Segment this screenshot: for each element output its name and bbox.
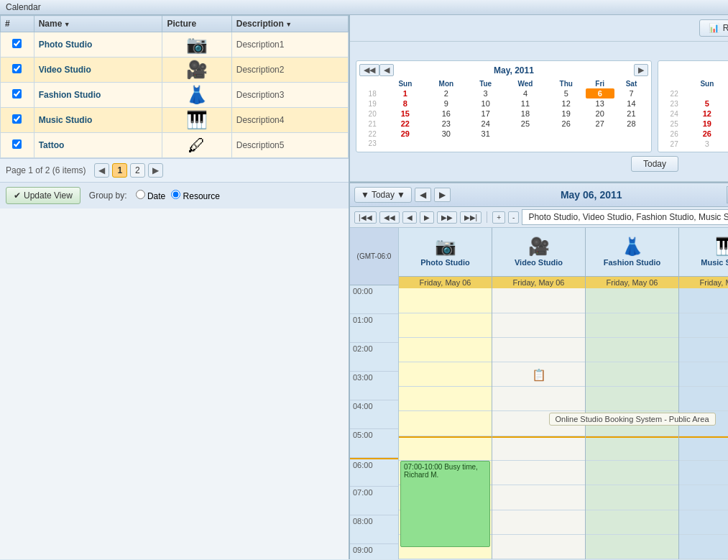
cal-day[interactable]: 25 xyxy=(504,119,547,129)
sched-add-btn[interactable]: + xyxy=(492,211,505,224)
may-prev-btn[interactable]: ◀◀ xyxy=(359,64,379,76)
resource-cell-0-6[interactable] xyxy=(399,436,492,462)
cal-day[interactable]: 1 xyxy=(385,88,425,98)
row-checkbox-cell-2[interactable] xyxy=(1,83,34,108)
cal-day[interactable]: 10 xyxy=(467,98,504,109)
page-1-btn[interactable]: 1 xyxy=(112,163,127,178)
resource-cell-2-6[interactable] xyxy=(586,436,678,462)
row-checkbox-2[interactable] xyxy=(12,89,22,98)
reporting-btn[interactable]: 📊 Reporting xyxy=(699,19,728,37)
cal-day[interactable]: 6 xyxy=(586,88,614,98)
radio-date-label[interactable]: Date xyxy=(136,190,166,201)
resource-cell-3-9[interactable] xyxy=(679,510,728,535)
resource-cell-0-5[interactable] xyxy=(399,411,492,436)
col-header-desc[interactable]: Description xyxy=(231,16,348,32)
cal-day[interactable]: 14 xyxy=(614,98,648,109)
cal-day[interactable]: 19 xyxy=(687,119,727,129)
cal-day[interactable]: 7 xyxy=(614,88,648,98)
cal-day[interactable] xyxy=(385,139,425,148)
resource-cell-3-1[interactable] xyxy=(679,313,728,338)
resource-cell-0-7[interactable]: 07:00-10:00 Busy time, Richard M. xyxy=(399,461,492,485)
cal-day[interactable]: 29 xyxy=(385,129,425,139)
cal-day[interactable]: 9 xyxy=(425,98,467,109)
resource-cell-3-2[interactable] xyxy=(679,338,728,362)
sched-remove-btn[interactable]: - xyxy=(508,211,519,224)
cal-day[interactable]: 17 xyxy=(467,109,504,119)
row-checkbox-cell-3[interactable] xyxy=(1,108,34,133)
page-prev-btn[interactable]: ◀ xyxy=(94,163,109,178)
page-2-btn[interactable]: 2 xyxy=(130,163,145,178)
resource-cell-0-2[interactable] xyxy=(399,338,492,362)
sched-next3-btn[interactable]: ▶ xyxy=(420,211,434,224)
resource-cell-1-10[interactable] xyxy=(492,535,585,559)
cal-day[interactable] xyxy=(687,88,727,98)
resource-cell-2-7[interactable] xyxy=(586,461,678,485)
radio-resource-label[interactable]: Resource xyxy=(171,190,220,201)
sched-next-btn[interactable]: ▶ xyxy=(434,188,451,202)
resource-cell-2-10[interactable] xyxy=(586,535,678,559)
radio-date[interactable] xyxy=(136,190,145,199)
resource-cell-2-1[interactable] xyxy=(586,313,678,338)
cal-day[interactable]: 24 xyxy=(467,119,504,129)
cal-day[interactable]: 31 xyxy=(467,129,504,139)
cal-day[interactable]: 27 xyxy=(586,119,614,129)
resource-cell-1-1[interactable] xyxy=(492,313,585,338)
sched-prev3-btn[interactable]: ◀ xyxy=(402,211,417,224)
page-next-btn[interactable]: ▶ xyxy=(148,163,163,178)
resource-cell-2-8[interactable] xyxy=(586,485,678,510)
resource-cell-1-4[interactable] xyxy=(492,387,585,411)
cal-day[interactable]: 15 xyxy=(385,109,425,119)
sched-today-btn[interactable]: ▼ Today ▼ xyxy=(354,187,412,203)
cal-day[interactable] xyxy=(504,139,547,148)
row-checkbox-0[interactable] xyxy=(12,39,22,48)
cal-day[interactable]: 26 xyxy=(687,129,727,139)
cal-day[interactable] xyxy=(586,139,614,148)
resource-cell-3-8[interactable] xyxy=(679,485,728,510)
sched-last-btn[interactable]: ▶▶| xyxy=(460,211,482,224)
sched-first-btn[interactable]: |◀◀ xyxy=(354,211,377,224)
resource-cell-1-7[interactable] xyxy=(492,461,585,485)
resource-select[interactable]: Photo Studio, Video Studio, Fashion Stud… xyxy=(522,209,728,225)
resource-cell-1-6[interactable] xyxy=(492,436,585,462)
cal-day[interactable]: 2 xyxy=(425,88,467,98)
sched-next2-btn[interactable]: ▶▶ xyxy=(437,211,457,224)
cal-day[interactable]: 5 xyxy=(547,88,586,98)
busy-event-richard[interactable]: 07:00-10:00 Busy time, Richard M. xyxy=(400,461,490,547)
resource-cell-1-0[interactable] xyxy=(492,288,585,313)
cal-day[interactable]: 30 xyxy=(425,129,467,139)
resource-cell-2-9[interactable] xyxy=(586,510,678,535)
resource-cell-2-4[interactable] xyxy=(586,387,678,411)
radio-resource[interactable] xyxy=(171,190,180,199)
sched-grid-container[interactable]: (GMT-06:0 00:00 01:00 02:00 03:00 04:00 … xyxy=(350,228,728,559)
update-view-btn[interactable]: ✔ Update View xyxy=(6,187,80,204)
cal-day[interactable]: 5 xyxy=(687,98,727,109)
may-prev2-btn[interactable]: ◀ xyxy=(379,64,394,76)
row-checkbox-cell-0[interactable] xyxy=(1,32,34,58)
cal-day[interactable]: 3 xyxy=(687,139,727,149)
cal-day[interactable]: 8 xyxy=(385,98,425,109)
today-mini-btn[interactable]: Today xyxy=(631,156,678,172)
resource-cell-3-6[interactable] xyxy=(679,436,728,462)
resource-cell-3-3[interactable] xyxy=(679,362,728,387)
cal-day[interactable]: 16 xyxy=(425,109,467,119)
resource-cell-0-1[interactable] xyxy=(399,313,492,338)
resource-cell-1-2[interactable] xyxy=(492,338,585,362)
cal-day[interactable]: 28 xyxy=(614,119,648,129)
cal-day[interactable] xyxy=(467,139,504,148)
cal-day[interactable]: 23 xyxy=(425,119,467,129)
resource-cell-2-3[interactable] xyxy=(586,362,678,387)
col-header-name[interactable]: Name xyxy=(34,16,162,32)
sched-prev-btn[interactable]: ◀ xyxy=(415,188,431,202)
cal-day[interactable]: 11 xyxy=(504,98,547,109)
resource-cell-3-7[interactable] xyxy=(679,461,728,485)
cal-day[interactable]: 12 xyxy=(547,98,586,109)
row-checkbox-cell-4[interactable] xyxy=(1,133,34,158)
cal-day[interactable]: 26 xyxy=(547,119,586,129)
resource-cell-3-4[interactable] xyxy=(679,387,728,411)
row-checkbox-3[interactable] xyxy=(12,114,22,124)
resource-cell-0-4[interactable] xyxy=(399,387,492,411)
resource-cell-1-3[interactable]: 📋 xyxy=(492,362,585,387)
cal-day[interactable]: 22 xyxy=(385,119,425,129)
resource-cell-1-8[interactable] xyxy=(492,485,585,510)
resource-cell-3-10[interactable] xyxy=(679,535,728,559)
